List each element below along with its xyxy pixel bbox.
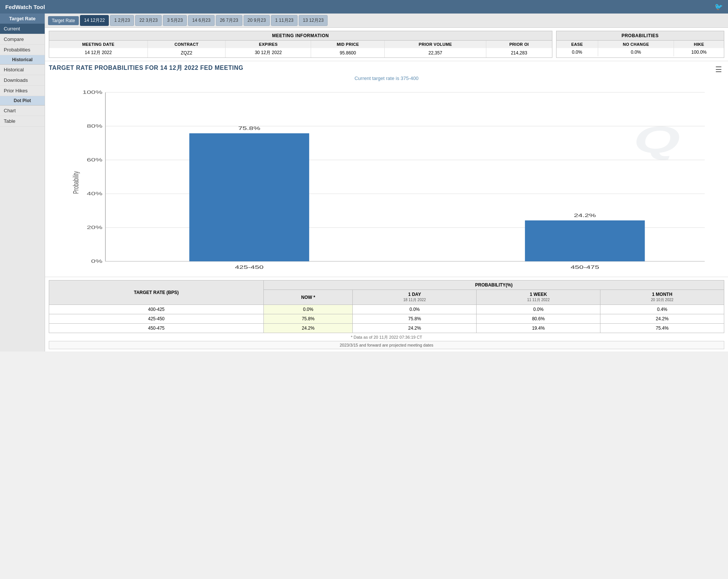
bar-chart-svg: 100% 80% 60% 40% 20% 0% Probability 75.8… [69,85,717,273]
tab-6[interactable]: 20 9月23 [244,15,270,26]
table-row: 400-4250.0%0.0%0.0%0.4% [49,305,724,314]
probability-pct-header: PROBABILITY(%) [263,280,724,290]
sidebar: Target Rate Current Compare Probabilitie… [0,14,45,351]
sidebar-item-prior-hikes[interactable]: Prior Hikes [0,86,45,96]
svg-text:100%: 100% [83,89,102,95]
svg-text:40%: 40% [87,191,102,196]
tab-7[interactable]: 1 11月23 [271,15,298,26]
probabilities-block: PROBABILITIES EASENO CHANGEHIKE 0.0%0.0%… [556,31,725,58]
prob-data-cell: 75.8% [263,314,352,324]
meeting-cell: 95.8600 [311,48,385,57]
prob-data-cell: 24.2% [353,324,477,333]
meeting-cell: ZQZ2 [147,48,226,57]
prob-cell: 100.0% [674,48,724,56]
prob-data-cell: 0.0% [353,305,477,314]
meeting-section: MEETING INFORMATION MEETING DATECONTRACT… [45,28,728,61]
sidebar-item-current[interactable]: Current [0,24,45,34]
tab-0[interactable]: 14 12月22 [80,15,109,26]
chart-title-row: TARGET RATE PROBABILITIES FOR 14 12月 202… [49,64,724,75]
historical-section-header: Historical [0,55,45,65]
meeting-info-header: MEETING INFORMATION [49,31,552,41]
meeting-cell: 214,283 [486,48,552,57]
meeting-cell: 14 12月 2022 [49,48,147,57]
prob-data-cell: 19.4% [477,324,600,333]
svg-text:24.2%: 24.2% [574,213,596,218]
sidebar-item-historical[interactable]: Historical [0,65,45,75]
prob-data-cell: 0.4% [600,305,724,314]
prob-col-header: HIKE [674,41,724,48]
dot-plot-section-header: Dot Plot [0,96,45,106]
sidebar-item-downloads[interactable]: Downloads [0,75,45,86]
top-bar: FedWatch Tool 🐦 [0,0,728,14]
chart-section: TARGET RATE PROBABILITIES FOR 14 12月 202… [45,61,728,277]
probabilities-table: EASENO CHANGEHIKE 0.0%0.0%100.0% [557,41,724,56]
probabilities-header: PROBABILITIES [557,31,724,41]
prob-table-col: 1 WEEK11 11月 2022 [477,290,600,305]
prob-section: TARGET RATE (BPS) PROBABILITY(%) NOW *1 … [45,277,728,351]
sidebar-item-chart[interactable]: Chart [0,106,45,116]
prob-table-col: 1 MONTH20 10月 2022 [600,290,724,305]
table-row: 450-47524.2%24.2%19.4%75.4% [49,324,724,333]
prob-data-cell: 75.8% [353,314,477,324]
probability-table: TARGET RATE (BPS) PROBABILITY(%) NOW *1 … [49,280,724,333]
prob-table-col: NOW * [263,290,352,305]
meeting-col-header: MID PRICE [311,41,385,48]
tabs-row: Target Rate14 12月221 2月2322 3月233 5月2314… [45,14,728,28]
table-row: 425-45075.8%75.8%80.6%24.2% [49,314,724,324]
app-title: FedWatch Tool [5,4,45,10]
target-rate-tab-label: Target Rate [48,16,79,25]
target-rate-header: TARGET RATE (BPS) [49,280,264,305]
svg-text:Probability: Probability [71,171,80,194]
svg-text:450-475: 450-475 [571,264,599,270]
prob-cell: 0.0% [557,48,598,56]
twitter-icon[interactable]: 🐦 [714,3,723,11]
footnote2: 2023/3/15 and forward are projected meet… [49,341,724,349]
prob-data-cell: 0.0% [263,305,352,314]
target-rate-cell: 425-450 [49,314,264,324]
meeting-col-header: EXPIRES [226,41,311,48]
prob-data-cell: 75.4% [600,324,724,333]
sidebar-item-probabilities[interactable]: Probabilities [0,45,45,55]
tab-8[interactable]: 13 12月23 [299,15,328,26]
prob-data-cell: 24.2% [263,324,352,333]
meeting-col-header: PRIOR VOLUME [385,41,486,48]
svg-text:80%: 80% [87,123,102,129]
svg-text:60%: 60% [87,157,102,163]
target-rate-cell: 400-425 [49,305,264,314]
prob-table-col: 1 DAY18 11月 2022 [353,290,477,305]
target-rate-cell: 450-475 [49,324,264,333]
meeting-col-header: CONTRACT [147,41,226,48]
svg-text:0%: 0% [91,258,102,264]
prob-data-cell: 24.2% [600,314,724,324]
chart-subtitle: Current target rate is 375-400 [49,75,724,81]
meeting-info-block: MEETING INFORMATION MEETING DATECONTRACT… [49,31,552,58]
meeting-cell: 22,357 [385,48,486,57]
bar-425-450 [189,133,309,261]
sidebar-item-table[interactable]: Table [0,116,45,127]
sidebar-item-compare[interactable]: Compare [0,34,45,45]
meeting-info-table: MEETING DATECONTRACTEXPIRESMID PRICEPRIO… [49,41,552,57]
tab-4[interactable]: 14 6月23 [188,15,215,26]
meeting-cell: 30 12月 2022 [226,48,311,57]
prob-cell: 0.0% [598,48,674,56]
prob-col-header: NO CHANGE [598,41,674,48]
bar-450-475 [525,220,645,261]
chart-title: TARGET RATE PROBABILITIES FOR 14 12月 202… [49,64,243,72]
hamburger-icon[interactable]: ☰ [713,64,724,75]
svg-text:75.8%: 75.8% [238,125,260,131]
svg-text:425-450: 425-450 [235,264,263,270]
prob-col-header: EASE [557,41,598,48]
footnote: * Data as of 20 11月 2022 07:36:19 CT [49,335,724,340]
meeting-col-header: PRIOR OI [486,41,552,48]
svg-text:Target Rate (in bps): Target Rate (in bps) [371,272,439,273]
meeting-col-header: MEETING DATE [49,41,147,48]
prob-data-cell: 0.0% [477,305,600,314]
svg-text:Q: Q [633,118,680,160]
tab-3[interactable]: 3 5月23 [163,15,187,26]
target-rate-button[interactable]: Target Rate [0,14,45,24]
prob-data-cell: 80.6% [477,314,600,324]
tab-2[interactable]: 22 3月23 [135,15,162,26]
tab-1[interactable]: 1 2月23 [110,15,134,26]
tab-5[interactable]: 26 7月23 [216,15,242,26]
content-area: Target Rate14 12月221 2月2322 3月233 5月2314… [45,14,728,351]
